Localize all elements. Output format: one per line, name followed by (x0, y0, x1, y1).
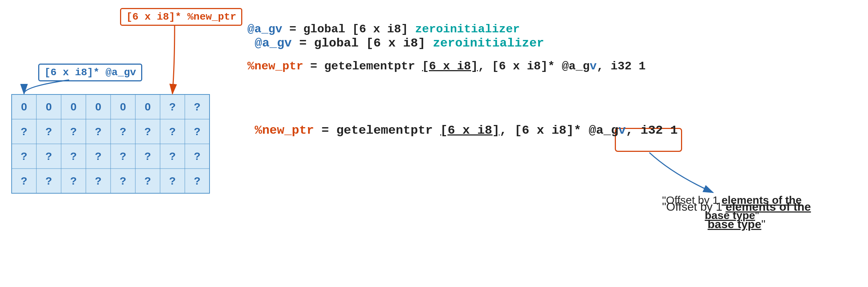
svg-text:?: ? (169, 101, 176, 113)
svg-text:?: ? (120, 125, 126, 137)
code-line-2: %new_ptr = getelementptr [6 x i8], [6 x … (247, 59, 837, 74)
svg-text:?: ? (144, 175, 151, 187)
svg-text:0: 0 (71, 101, 77, 113)
grid-cells: 0 0 0 0 0 0 ? ? ? ? ? ? ? ? ? ? ? ? ? ? … (12, 94, 210, 193)
code-comma-type: , [6 x i8]* @a_g (499, 124, 618, 137)
svg-text:?: ? (95, 150, 101, 162)
svg-text:?: ? (144, 125, 151, 137)
blue-label-box: [6 x i8]* @a_gv (38, 64, 142, 81)
svg-text:0: 0 (21, 101, 27, 113)
svg-text:?: ? (95, 175, 101, 187)
code-agv-2: v (618, 124, 626, 137)
svg-text:?: ? (21, 175, 27, 187)
svg-text:?: ? (194, 150, 200, 162)
memory-grid (12, 94, 13, 96)
svg-text:?: ? (169, 175, 176, 187)
code-zeroinit: zeroinitializer (415, 23, 520, 36)
svg-text:0: 0 (46, 101, 52, 113)
svg-text:?: ? (45, 150, 52, 162)
svg-text:0: 0 (95, 101, 101, 113)
svg-text:?: ? (169, 150, 176, 162)
code-ptr-arg: , [6 x i8]* @a_g (478, 60, 590, 73)
svg-text:?: ? (45, 125, 52, 137)
svg-text:?: ? (120, 150, 126, 162)
annotation-suffix: " (761, 218, 765, 231)
svg-text:?: ? (70, 175, 77, 187)
code-line-1: @a_gv = global [6 x i8] zeroinitializer (247, 22, 837, 37)
code-getelementptr: = getelementptr (303, 60, 422, 73)
svg-text:?: ? (95, 125, 101, 137)
annotation-prefix: "Offset by 1 (662, 200, 725, 213)
svg-text:?: ? (194, 125, 200, 137)
svg-text:?: ? (120, 175, 126, 187)
svg-text:?: ? (194, 175, 200, 187)
svg-text:?: ? (70, 150, 77, 162)
svg-text:?: ? (169, 125, 176, 137)
code-newptr-2: %new_ptr (255, 124, 314, 137)
svg-text:?: ? (45, 175, 52, 187)
code-block-line1: @a_gv = global [6 x i8] zeroinitializer (255, 36, 544, 50)
code-equals-global: = global [6 x i8] (292, 36, 433, 50)
annotation-block: "Offset by 1 elements of thebase type" (662, 198, 811, 233)
orange-label-box: [6 x i8]* %new_ptr (120, 8, 242, 26)
code-type-6xi8: [6 x i8] (440, 124, 499, 137)
svg-text:?: ? (194, 101, 200, 113)
svg-text:?: ? (70, 125, 77, 137)
code-i32-1: , i32 1 (597, 60, 645, 73)
svg-text:?: ? (144, 150, 151, 162)
svg-text:?: ? (21, 125, 27, 137)
svg-rect-0 (12, 94, 210, 193)
code-a-gv-2: v (590, 60, 597, 73)
code-agv-1: @a_gv (255, 36, 292, 50)
code-type-underline: [6 x i8] (422, 60, 478, 73)
code-zeroinit-1: zeroinitializer (433, 36, 544, 50)
code-i32-index: , i32 1 (626, 124, 678, 137)
svg-text:0: 0 (145, 101, 151, 113)
svg-text:?: ? (21, 150, 27, 162)
code-gep-2: = getelementptr (314, 124, 440, 137)
code-global-text: = global [6 x i8] (282, 23, 415, 36)
code-a-gv-ref: @a_gv (247, 23, 282, 36)
svg-text:0: 0 (120, 101, 126, 113)
code-block-line2: %new_ptr = getelementptr [6 x i8], [6 x … (255, 124, 678, 137)
code-new-ptr: %new_ptr (247, 60, 303, 73)
